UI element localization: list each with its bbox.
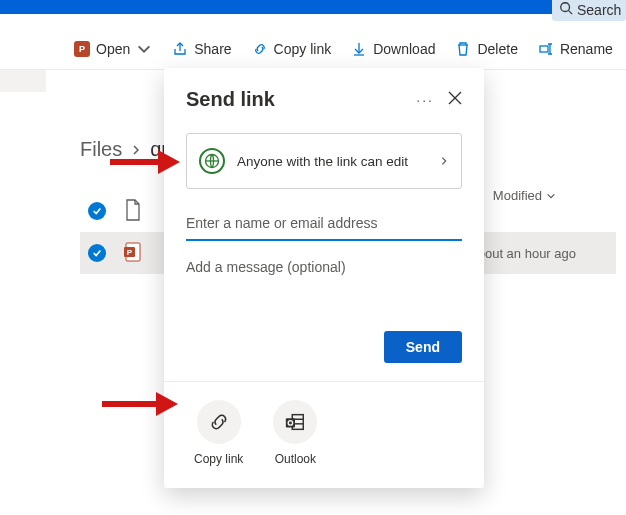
copy-link-button[interactable]: Copy link xyxy=(252,41,332,57)
download-label: Download xyxy=(373,41,435,57)
outlook-circle xyxy=(273,400,317,444)
more-options-button[interactable]: ··· xyxy=(416,93,434,107)
divider xyxy=(164,381,484,382)
row-checkbox[interactable] xyxy=(88,202,106,220)
recipient-input[interactable] xyxy=(186,211,462,241)
search-placeholder: Search xyxy=(577,2,621,18)
send-link-dialog: Send link ··· Anyone with the link can e… xyxy=(164,68,484,488)
open-button[interactable]: P Open xyxy=(74,41,152,57)
svg-rect-12 xyxy=(286,418,295,427)
check-icon xyxy=(92,206,102,216)
share-label: Share xyxy=(194,41,231,57)
trash-icon xyxy=(455,41,471,57)
share-icon xyxy=(172,41,188,57)
send-button[interactable]: Send xyxy=(384,331,462,363)
svg-point-0 xyxy=(561,3,570,12)
open-label: Open xyxy=(96,41,130,57)
modified-cell: About an hour ago xyxy=(469,246,576,261)
column-modified-label: Modified xyxy=(493,188,542,203)
rename-button[interactable]: Rename xyxy=(538,41,613,57)
svg-text:P: P xyxy=(127,248,133,257)
globe-icon xyxy=(199,148,225,174)
rename-icon xyxy=(538,41,554,57)
copy-link-circle xyxy=(197,400,241,444)
chevron-right-icon xyxy=(130,144,142,156)
link-icon xyxy=(208,411,230,433)
copy-link-option[interactable]: Copy link xyxy=(194,400,243,466)
message-input[interactable] xyxy=(186,259,462,275)
column-modified-header[interactable]: Modified xyxy=(493,188,556,203)
copy-link-label: Copy link xyxy=(274,41,332,57)
outlook-label: Outlook xyxy=(275,452,316,466)
file-icon xyxy=(124,199,142,224)
link-icon xyxy=(252,41,268,57)
close-button[interactable] xyxy=(448,91,462,108)
outlook-option[interactable]: Outlook xyxy=(273,400,317,466)
powerpoint-file-icon: P xyxy=(124,241,142,266)
delete-button[interactable]: Delete xyxy=(455,41,517,57)
share-button[interactable]: Share xyxy=(172,41,231,57)
chevron-right-icon xyxy=(439,156,449,166)
permission-text: Anyone with the link can edit xyxy=(237,154,427,169)
breadcrumb-root[interactable]: Files xyxy=(80,138,122,161)
close-icon xyxy=(448,91,462,105)
dialog-title: Send link xyxy=(186,88,275,111)
delete-label: Delete xyxy=(477,41,517,57)
chevron-down-icon xyxy=(546,191,556,201)
check-icon xyxy=(92,248,102,258)
window-title-bar xyxy=(0,0,626,14)
command-bar: P Open Share Copy link Download Delete R… xyxy=(0,28,626,70)
search-icon xyxy=(559,1,573,18)
rename-label: Rename xyxy=(560,41,613,57)
outlook-icon xyxy=(284,411,306,433)
svg-line-1 xyxy=(569,11,573,15)
search-box[interactable]: Search xyxy=(552,0,626,21)
row-checkbox[interactable] xyxy=(88,244,106,262)
powerpoint-icon: P xyxy=(74,41,90,57)
link-permissions-button[interactable]: Anyone with the link can edit xyxy=(186,133,462,189)
download-button[interactable]: Download xyxy=(351,41,435,57)
copy-link-label: Copy link xyxy=(194,452,243,466)
svg-rect-2 xyxy=(540,46,548,52)
download-icon xyxy=(351,41,367,57)
chevron-down-icon xyxy=(136,41,152,57)
nav-stub xyxy=(0,70,46,92)
